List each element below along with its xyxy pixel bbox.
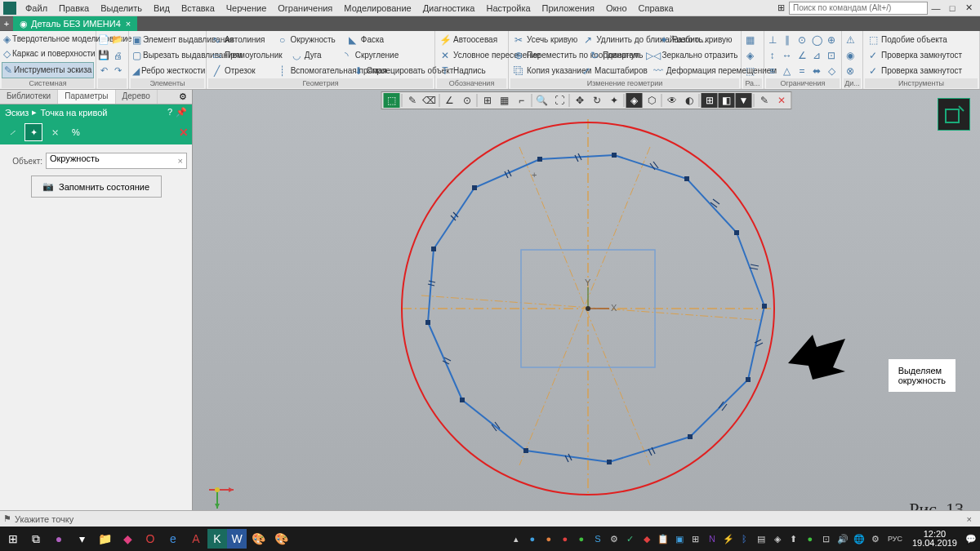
tray-skype[interactable]: S (590, 531, 605, 546)
c2[interactable]: ∥ (781, 33, 793, 47)
c10[interactable]: ⊡ (826, 49, 838, 62)
undo-icon[interactable]: ↶ (98, 65, 109, 77)
tray-net[interactable]: 🌐 (852, 531, 866, 546)
tray-16[interactable]: ⬆ (786, 531, 801, 546)
menu-edit[interactable]: Правка (53, 2, 95, 15)
mode-1[interactable]: ⟋ (3, 123, 21, 141)
c6[interactable]: ↕ (766, 49, 778, 62)
sketch-mode-widget[interactable] (938, 98, 970, 131)
tray-3[interactable]: ● (541, 531, 556, 546)
project-btn[interactable]: ⬇Спроецировать объект (350, 64, 425, 78)
menu-view[interactable]: Вид (148, 2, 176, 15)
panel-tab-library[interactable]: Библиотеки (0, 90, 58, 104)
start-button[interactable]: ⊞ (2, 527, 24, 550)
fillet-btn[interactable]: ◝Скругление (339, 48, 401, 63)
bc-root[interactable]: Эскиз (5, 108, 29, 118)
d1[interactable]: ⚠ (844, 33, 857, 47)
misc-icon-2[interactable]: ◈ (743, 49, 756, 62)
redo-icon[interactable]: ↷ (112, 65, 123, 77)
tray-14[interactable]: ▤ (754, 531, 768, 546)
c8[interactable]: ∠ (795, 49, 808, 62)
document-tab[interactable]: ◉ Деталь БЕЗ ИМЕНИ4 × (13, 16, 137, 31)
text-btn[interactable]: TНадпись (437, 64, 506, 78)
rib-btn[interactable]: ◢Ребро жесткости (131, 64, 204, 78)
menu-select[interactable]: Выделить (95, 2, 148, 15)
rotate-btn[interactable]: ↻Повернуть (586, 48, 644, 63)
tray-vol[interactable]: 🔊 (835, 531, 850, 546)
rectangle-btn[interactable]: ▭Прямоугольник (208, 48, 284, 63)
panel-tab-params[interactable]: Параметры (58, 90, 115, 104)
mode-2-active[interactable]: ✦ (24, 123, 42, 141)
chamfer-btn[interactable]: ◣Фаска (345, 33, 385, 47)
opera-icon[interactable]: O (139, 527, 162, 550)
tray-11[interactable]: ⊞ (688, 531, 703, 546)
tray-4[interactable]: ● (558, 531, 572, 546)
similar-btn[interactable]: ⬚Подобие объекта (865, 33, 978, 47)
wireframe-btn[interactable]: ◇Каркас и поверхности (2, 47, 94, 61)
extrude-btn[interactable]: ▣Элемент выдавливания (131, 33, 204, 47)
deform-btn[interactable]: 〰Деформация перемещением (650, 64, 725, 78)
close-tab-icon[interactable]: × (126, 19, 131, 29)
tray-15[interactable]: ◈ (770, 531, 785, 546)
tray-12[interactable]: N (705, 531, 719, 546)
menu-window[interactable]: Окно (600, 2, 633, 15)
viewport[interactable]: ⬚ ✎ ⌫ ∠ ⊙ ⊞ ▦ ⌐ 🔍 ⛶ ✥ ↻ ✦ ◈ ⬡ 👁 ◐ ⊞ ◧ ▼ … (193, 90, 980, 535)
c3[interactable]: ⊙ (795, 33, 808, 47)
misc-icon-1[interactable]: ▦ (743, 33, 756, 47)
down-icon[interactable]: ▾ (70, 527, 93, 550)
panel-settings-icon[interactable]: ⚙ (174, 90, 192, 104)
tray-1[interactable]: ▴ (509, 531, 523, 546)
arc-btn[interactable]: ◡Дуга (288, 48, 323, 63)
menu-insert[interactable]: Вставка (176, 2, 220, 15)
explorer-icon[interactable]: 📁 (93, 527, 116, 550)
close-button[interactable]: ✕ (960, 2, 977, 15)
copy-btn[interactable]: ⿻Копия указанием (510, 64, 577, 78)
word-icon[interactable]: W (227, 529, 247, 549)
panel-tab-tree[interactable]: Дерево (116, 90, 158, 104)
menu-diagnostics[interactable]: Диагностика (417, 2, 481, 15)
line-btn[interactable]: ╱Отрезок (208, 64, 257, 78)
menu-help[interactable]: Справка (633, 2, 679, 15)
tray-6[interactable]: ⚙ (607, 531, 621, 546)
c9[interactable]: ⊿ (811, 49, 823, 62)
tray-lang[interactable]: РУС (884, 531, 906, 546)
maximize-button[interactable]: □ (944, 2, 960, 15)
object-input[interactable]: Окружность × (46, 153, 187, 169)
tray-notif[interactable]: 💬 (964, 531, 978, 546)
autoline-btn[interactable]: ∿Автолиния (208, 33, 267, 47)
tray-10[interactable]: ▣ (672, 531, 687, 546)
check1-btn[interactable]: ✓Проверка замкнутост (865, 48, 978, 63)
c5[interactable]: ⊕ (826, 33, 838, 47)
help-icon[interactable]: ? (167, 107, 172, 118)
d2[interactable]: ◉ (844, 49, 857, 62)
save-state-button[interactable]: 📷 Запомнить состояние (31, 176, 162, 198)
circle-btn[interactable]: ○Окружность (274, 33, 337, 47)
save-icon[interactable]: 💾 (98, 50, 109, 61)
taskbar-clock[interactable]: 12:20 19.04.2019 (907, 530, 962, 548)
print-icon[interactable]: 🖨 (112, 50, 123, 61)
extend-btn[interactable]: ↗Удлинить до ближайшего о... (580, 33, 655, 47)
c4[interactable]: ◯ (811, 33, 823, 47)
grid-icon[interactable]: ⊞ (773, 2, 789, 15)
tray-19[interactable]: ⚙ (868, 531, 883, 546)
new-icon[interactable]: 📄 (98, 34, 109, 46)
intersection-btn[interactable]: ✕Условное пересечение (437, 48, 506, 63)
c14[interactable]: ⬌ (811, 64, 823, 78)
move-btn[interactable]: ⊕Переместить по координатам (510, 48, 586, 63)
solid-modeling-btn[interactable]: ◈Твердотельное моделирование (2, 32, 94, 47)
c13[interactable]: = (795, 64, 808, 78)
c12[interactable]: △ (781, 64, 793, 78)
c1[interactable]: ⊥ (766, 33, 778, 47)
cut-extrude-btn[interactable]: ▢Вырезать выдавливанием (131, 48, 204, 63)
mode-3[interactable]: ⤬ (46, 123, 64, 141)
menu-settings[interactable]: Настройка (480, 2, 536, 15)
tray-bt[interactable]: ᛒ (737, 531, 752, 546)
tray-9[interactable]: 📋 (656, 531, 670, 546)
palette-icon[interactable]: 🎨 (270, 527, 292, 550)
axis-btn[interactable]: ⚡Автоосевая (437, 33, 506, 47)
tray-7[interactable]: ✓ (623, 531, 638, 546)
paint-icon[interactable]: 🎨 (247, 527, 270, 550)
pin-icon[interactable]: 📌 (176, 107, 187, 118)
d3[interactable]: ⊗ (844, 64, 857, 78)
mode-4[interactable]: % (67, 123, 85, 141)
